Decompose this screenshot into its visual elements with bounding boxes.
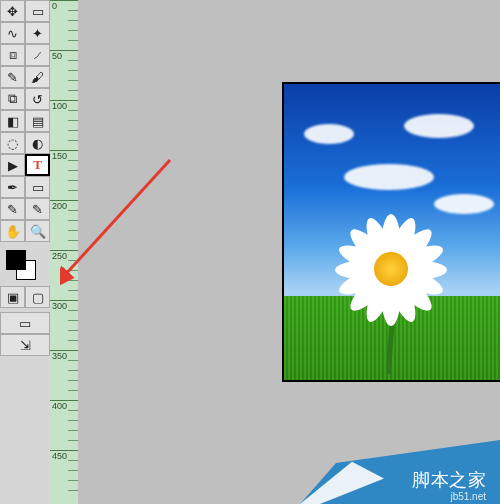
vertical-ruler: 050100150200250300350400450 [50, 0, 79, 504]
ruler-minor-tick [68, 110, 78, 111]
move-tool[interactable]: ✥ [0, 0, 25, 22]
ruler-minor-tick [68, 140, 78, 141]
zoom-tool[interactable]: 🔍 [25, 220, 50, 242]
shape-tool[interactable]: ▭ [25, 176, 50, 198]
pen-tool[interactable]: ✒ [0, 176, 25, 198]
ruler-minor-tick [68, 240, 78, 241]
workspace [78, 0, 500, 504]
ruler-minor-tick [68, 460, 78, 461]
path-selection-tool[interactable]: ▶ [0, 154, 25, 176]
screen-mode-button[interactable]: ▭ [0, 312, 50, 334]
lasso-tool[interactable]: ∿ [0, 22, 25, 44]
ruler-minor-tick [68, 260, 78, 261]
standard-mode-button[interactable]: ▣ [0, 286, 25, 308]
slice-tool[interactable]: ⟋ [25, 44, 50, 66]
photoshop-window: ✥▭∿✦⧈⟋✎🖌⧉↺◧▤◌◐▶T✒▭✎✎✋🔍 ▣▢ ▭⇲ 05010015020… [0, 0, 500, 504]
ruler-minor-tick [68, 30, 78, 31]
ruler-minor-tick [68, 340, 78, 341]
document-window[interactable] [282, 82, 500, 382]
gradient-tool[interactable]: ▤ [25, 110, 50, 132]
foreground-color-swatch[interactable] [6, 250, 26, 270]
ruler-minor-tick [68, 190, 78, 191]
ruler-minor-tick [68, 470, 78, 471]
jump-to-button[interactable]: ⇲ [0, 334, 50, 356]
ruler-minor-tick [68, 380, 78, 381]
ruler-minor-tick [68, 410, 78, 411]
brush-tool[interactable]: 🖌 [25, 66, 50, 88]
ruler-minor-tick [68, 180, 78, 181]
ruler-minor-tick [68, 70, 78, 71]
type-tool[interactable]: T [25, 154, 50, 176]
ruler-minor-tick [68, 310, 78, 311]
ruler-minor-tick [68, 40, 78, 41]
ruler-minor-tick [68, 390, 78, 391]
ruler-minor-tick [68, 80, 78, 81]
watermark-banner: 脚本之家 jb51.net [300, 440, 500, 504]
ruler-minor-tick [68, 20, 78, 21]
history-brush-tool[interactable]: ↺ [25, 88, 50, 110]
ruler-minor-tick [68, 170, 78, 171]
image-flower [326, 204, 456, 334]
blur-tool[interactable]: ◌ [0, 132, 25, 154]
ruler-minor-tick [68, 220, 78, 221]
color-swatches[interactable] [0, 248, 50, 282]
image-cloud [404, 114, 474, 138]
ruler-minor-tick [68, 160, 78, 161]
ruler-minor-tick [68, 370, 78, 371]
ruler-minor-tick [68, 330, 78, 331]
dodge-tool[interactable]: ◐ [25, 132, 50, 154]
ruler-minor-tick [68, 440, 78, 441]
flower-center [374, 252, 408, 286]
ruler-minor-tick [68, 210, 78, 211]
image-cloud [304, 124, 354, 144]
ruler-minor-tick [68, 480, 78, 481]
ruler-minor-tick [68, 120, 78, 121]
ruler-minor-tick [68, 270, 78, 271]
eraser-tool[interactable]: ◧ [0, 110, 25, 132]
quickmask-mode-button[interactable]: ▢ [25, 286, 50, 308]
healing-brush-tool[interactable]: ✎ [0, 66, 25, 88]
ruler-minor-tick [68, 130, 78, 131]
ruler-minor-tick [68, 280, 78, 281]
crop-tool[interactable]: ⧈ [0, 44, 25, 66]
ruler-minor-tick [68, 420, 78, 421]
ruler-minor-tick [68, 290, 78, 291]
ruler-minor-tick [68, 320, 78, 321]
ruler-minor-tick [68, 10, 78, 11]
image-cloud [344, 164, 434, 190]
ruler-minor-tick [68, 90, 78, 91]
ruler-minor-tick [68, 60, 78, 61]
magic-wand-tool[interactable]: ✦ [25, 22, 50, 44]
eyedropper-tool[interactable]: ✎ [25, 198, 50, 220]
notes-tool[interactable]: ✎ [0, 198, 25, 220]
hand-tool[interactable]: ✋ [0, 220, 25, 242]
ruler-minor-tick [68, 360, 78, 361]
clone-stamp-tool[interactable]: ⧉ [0, 88, 25, 110]
watermark-url: jb51.net [450, 491, 486, 502]
marquee-tool[interactable]: ▭ [25, 0, 50, 22]
toolbox-panel: ✥▭∿✦⧈⟋✎🖌⧉↺◧▤◌◐▶T✒▭✎✎✋🔍 ▣▢ ▭⇲ [0, 0, 51, 504]
ruler-minor-tick [68, 490, 78, 491]
watermark-site: 脚本之家 [412, 468, 486, 492]
ruler-minor-tick [68, 430, 78, 431]
ruler-minor-tick [68, 230, 78, 231]
